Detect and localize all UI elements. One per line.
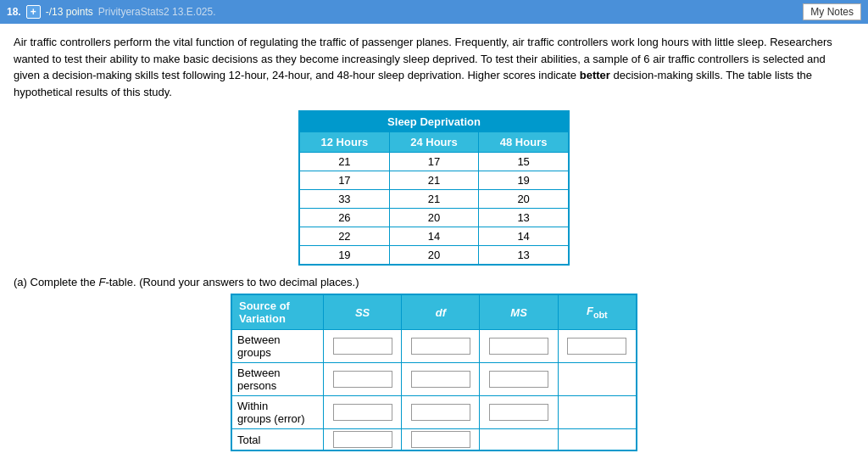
sleep-table-title: Sleep Deprivation bbox=[299, 111, 569, 132]
sleep-deprivation-table-container: Sleep Deprivation 12 Hours 24 Hours 48 H… bbox=[298, 110, 570, 266]
ftable-header-ss: SS bbox=[324, 294, 402, 330]
ss-between-groups-cell[interactable] bbox=[324, 330, 402, 363]
df-between-persons-input[interactable] bbox=[411, 371, 470, 388]
cell-r6-c3: 13 bbox=[479, 246, 569, 266]
points-text: -/13 points bbox=[46, 6, 93, 18]
ftable-header-fobt: Fobt bbox=[558, 294, 637, 330]
table-row: 22 14 14 bbox=[299, 227, 569, 246]
cell-r6-c2: 20 bbox=[389, 246, 479, 266]
ftable-row-within-groups: Withingroups (error) bbox=[231, 396, 637, 429]
ss-between-persons-cell[interactable] bbox=[324, 363, 402, 396]
cell-r2-c1: 17 bbox=[299, 171, 389, 190]
ss-total-cell[interactable] bbox=[324, 429, 402, 451]
source-within-groups: Withingroups (error) bbox=[231, 396, 324, 429]
ftable-container: Source ofVariation SS df MS Fobt Between… bbox=[231, 294, 637, 451]
ms-within-groups-cell[interactable] bbox=[480, 396, 558, 429]
col-header-48h: 48 Hours bbox=[479, 132, 569, 153]
cell-r6-c1: 19 bbox=[299, 246, 389, 266]
ftable-header-source: Source ofVariation bbox=[231, 294, 324, 330]
cell-r5-c2: 14 bbox=[389, 227, 479, 246]
ms-within-groups-input[interactable] bbox=[489, 404, 548, 421]
ss-between-groups-input[interactable] bbox=[333, 338, 392, 355]
cell-r3-c1: 33 bbox=[299, 190, 389, 209]
ms-between-persons-input[interactable] bbox=[489, 371, 548, 388]
ss-between-persons-input[interactable] bbox=[333, 371, 392, 388]
df-within-groups-cell[interactable] bbox=[402, 396, 480, 429]
ftable-header-ms: MS bbox=[480, 294, 558, 330]
table-row: 26 20 13 bbox=[299, 209, 569, 227]
ms-total-cell bbox=[480, 429, 558, 451]
df-total-cell[interactable] bbox=[402, 429, 480, 451]
f-table: Source ofVariation SS df MS Fobt Between… bbox=[231, 294, 637, 451]
fobt-between-groups-cell[interactable] bbox=[558, 330, 637, 363]
sleep-table-title-row: Sleep Deprivation bbox=[299, 111, 569, 132]
fobt-between-groups-input[interactable] bbox=[567, 338, 626, 355]
cell-r5-c1: 22 bbox=[299, 227, 389, 246]
fobt-total-cell bbox=[558, 429, 637, 451]
col-header-12h: 12 Hours bbox=[299, 132, 389, 153]
ftable-row-total: Total bbox=[231, 429, 637, 451]
course-text: PrivityeraStats2 13.E.025. bbox=[98, 6, 216, 18]
ms-between-groups-input[interactable] bbox=[489, 338, 548, 355]
ss-within-groups-cell[interactable] bbox=[324, 396, 402, 429]
main-content: Air traffic controllers perform the vita… bbox=[0, 24, 868, 470]
header-bar: 18. + -/13 points PrivityeraStats2 13.E.… bbox=[0, 0, 868, 24]
my-notes-button[interactable]: My Notes bbox=[803, 3, 861, 20]
expand-icon[interactable]: + bbox=[26, 5, 41, 19]
cell-r2-c2: 21 bbox=[389, 171, 479, 190]
source-total: Total bbox=[231, 429, 324, 451]
problem-text: Air traffic controllers perform the vita… bbox=[14, 34, 854, 100]
ftable-header-row: Source ofVariation SS df MS Fobt bbox=[231, 294, 637, 330]
fobt-between-persons-cell bbox=[558, 363, 637, 396]
ftable-row-between-groups: Betweengroups bbox=[231, 330, 637, 363]
df-between-persons-cell[interactable] bbox=[402, 363, 480, 396]
table-row: 17 21 19 bbox=[299, 171, 569, 190]
sleep-deprivation-table: Sleep Deprivation 12 Hours 24 Hours 48 H… bbox=[298, 110, 570, 266]
bold-better: better bbox=[580, 69, 610, 81]
cell-r4-c2: 20 bbox=[389, 209, 479, 227]
part-b: (b) Compute a Bonferroni procedure and i… bbox=[14, 467, 854, 470]
question-number: 18. bbox=[7, 6, 21, 18]
sleep-table-col-headers: 12 Hours 24 Hours 48 Hours bbox=[299, 132, 569, 153]
source-between-groups: Betweengroups bbox=[231, 330, 324, 363]
cell-r1-c3: 15 bbox=[479, 153, 569, 171]
header-left: 18. + -/13 points PrivityeraStats2 13.E.… bbox=[7, 5, 216, 19]
ss-total-input[interactable] bbox=[333, 431, 392, 448]
cell-r1-c2: 17 bbox=[389, 153, 479, 171]
fobt-within-groups-cell bbox=[558, 396, 637, 429]
cell-r5-c3: 14 bbox=[479, 227, 569, 246]
cell-r2-c3: 19 bbox=[479, 171, 569, 190]
df-between-groups-input[interactable] bbox=[411, 338, 470, 355]
source-between-persons: Betweenpersons bbox=[231, 363, 324, 396]
table-row: 19 20 13 bbox=[299, 246, 569, 266]
part-b-instruction: (b) Compute a Bonferroni procedure and i… bbox=[14, 467, 854, 470]
ms-between-groups-cell[interactable] bbox=[480, 330, 558, 363]
col-header-24h: 24 Hours bbox=[389, 132, 479, 153]
df-total-input[interactable] bbox=[411, 431, 470, 448]
cell-r4-c3: 13 bbox=[479, 209, 569, 227]
ss-within-groups-input[interactable] bbox=[333, 404, 392, 421]
ftable-header-df: df bbox=[402, 294, 480, 330]
ftable-row-between-persons: Betweenpersons bbox=[231, 363, 637, 396]
df-between-groups-cell[interactable] bbox=[402, 330, 480, 363]
cell-r1-c1: 21 bbox=[299, 153, 389, 171]
df-within-groups-input[interactable] bbox=[411, 404, 470, 421]
ftable-instruction: (a) Complete the F-table. (Round your an… bbox=[14, 276, 854, 288]
cell-r4-c1: 26 bbox=[299, 209, 389, 227]
cell-r3-c3: 20 bbox=[479, 190, 569, 209]
table-row: 33 21 20 bbox=[299, 190, 569, 209]
ms-between-persons-cell[interactable] bbox=[480, 363, 558, 396]
table-row: 21 17 15 bbox=[299, 153, 569, 171]
cell-r3-c2: 21 bbox=[389, 190, 479, 209]
